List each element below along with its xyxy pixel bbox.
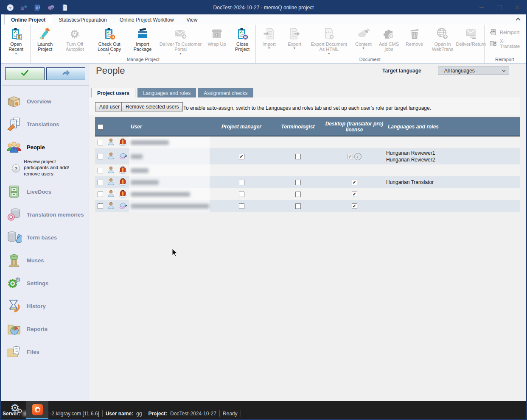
add-user-button[interactable]: Add user	[95, 102, 124, 111]
desktop-license-cell	[322, 200, 386, 212]
ribbon-button-deliver-return[interactable]: Deliver/Return	[458, 25, 484, 47]
ribbon-button-check-out-local-copy[interactable]: Check Out Local Copy▾	[91, 25, 128, 56]
resource-console-icon[interactable]	[33, 3, 42, 12]
ribbon-button-reimport[interactable]: Reimport	[489, 28, 520, 36]
ribbon-group-label: Manage Project	[31, 56, 255, 63]
dropdown-arrow-icon: ▾	[15, 52, 17, 56]
tab-view[interactable]: View	[180, 14, 204, 25]
ribbon-button-open-recent[interactable]: Open Recent▾	[2, 25, 30, 56]
ribbon-button-import[interactable]: Import▾	[256, 25, 282, 50]
desktop-license-cell	[322, 164, 386, 176]
select-cell	[95, 148, 105, 164]
select-user-checkbox[interactable]	[98, 192, 103, 197]
select-user-checkbox[interactable]	[98, 180, 103, 185]
sidebar-item-settings[interactable]: ⚙⚙Settings	[2, 272, 89, 295]
minimize-button[interactable]	[473, 1, 491, 14]
project-manager-checkbox[interactable]	[239, 192, 244, 197]
tab-online-project[interactable]: Online Project	[4, 14, 52, 25]
user-icon-cell	[105, 176, 116, 188]
sidebar-item-reports[interactable]: Reports	[2, 317, 89, 340]
autopilot-gears-icon[interactable]: ⚙⚙	[20, 3, 28, 12]
desktop-license-checkbox[interactable]	[352, 203, 357, 209]
sidebar-item-translations[interactable]: Translations	[2, 113, 89, 136]
close-button[interactable]: ×	[508, 1, 526, 14]
document-icon[interactable]	[60, 3, 69, 12]
sidebar-item-files[interactable]: Files	[2, 340, 89, 363]
ribbon-button-wrap-up[interactable]: Wrap Up	[204, 25, 230, 47]
terminologist-checkbox[interactable]	[295, 203, 301, 209]
select-user-checkbox[interactable]	[98, 203, 103, 209]
ribbon-button-turn-off-autopilot[interactable]: ⚙Turn Off Autopilot	[59, 25, 91, 52]
desktop-license-cell	[322, 176, 386, 188]
remove-icon	[408, 26, 421, 42]
maximize-button[interactable]	[491, 1, 508, 14]
ribbon-button-close-project[interactable]: Close Project	[230, 25, 255, 52]
sidebar-item-translation-memories[interactable]: Translation memories	[2, 203, 89, 226]
select-user-checkbox[interactable]	[98, 154, 103, 159]
project-manager-checkbox[interactable]	[239, 180, 244, 185]
ribbon-button-export-document-as-html[interactable]: </>Export Document As HTML▾	[307, 25, 351, 56]
sidebar-item-livedocs[interactable]: LiveDocs	[2, 180, 89, 203]
desktop-license-checkbox[interactable]	[352, 180, 357, 185]
svg-text:⚙: ⚙	[50, 6, 54, 11]
terminologist-cell	[273, 176, 322, 188]
chevron-down-icon	[502, 70, 506, 72]
user-type-cell	[116, 136, 129, 148]
ribbon-button-launch-project[interactable]: Launch Project	[31, 25, 59, 52]
collapse-ribbon-icon[interactable]	[515, 17, 521, 21]
settings-icon: ⚙⚙	[6, 275, 22, 291]
select-all-checkbox[interactable]	[98, 124, 103, 130]
target-language-value: - All languages -	[441, 68, 478, 74]
help-icon[interactable]: ?	[6, 3, 14, 12]
tab-statistics-preparation[interactable]: Statistics/Preparation	[52, 14, 113, 25]
sidebar-item-overview[interactable]: Overview	[2, 90, 89, 113]
ribbon-button-export[interactable]: Export▾	[282, 25, 307, 50]
sidebar-item-history[interactable]: History	[2, 295, 89, 317]
select-user-checkbox[interactable]	[98, 140, 103, 145]
server-administrator-icon[interactable]: ⚙	[47, 3, 55, 12]
dropdown-arrow-icon: ▾	[294, 47, 295, 50]
sidebar-item-term-bases[interactable]: Term bases	[2, 226, 89, 249]
desktop-license-checkbox[interactable]	[352, 192, 357, 197]
term-bases-icon	[6, 229, 22, 245]
sidebar-item-muses[interactable]: Muses	[2, 249, 89, 272]
terminologist-checkbox[interactable]	[295, 154, 301, 159]
tab-assignment-checks[interactable]: Assignment checks	[198, 88, 253, 98]
ribbon-button-remove[interactable]: Remove	[402, 25, 427, 47]
ribbon-group-reimport: Reimport⚙X-TranslateReimport	[485, 25, 525, 63]
ribbon-button-x-translate[interactable]: ⚙X-Translate	[489, 39, 520, 49]
sidebar-separator	[2, 85, 89, 86]
taskbar-gear-icon[interactable]: ⚙⚙	[10, 403, 20, 413]
tab-online-project-workflow[interactable]: Online Project Workflow	[113, 14, 180, 25]
column-header-project-manager: Project manager	[210, 124, 273, 130]
taskbar-memoq-button[interactable]	[26, 401, 48, 419]
tab-languages-and-roles[interactable]: Languages and roles	[137, 88, 196, 98]
ribbon-button-content[interactable]: Content▾	[351, 25, 376, 50]
select-cell	[95, 136, 105, 148]
ribbon-button-add-cms-jobs[interactable]: Add CMS jobs	[376, 25, 402, 52]
ribbon-button-deliver-to-customer-portal[interactable]: Deliver To Customer Portal▾	[157, 25, 204, 56]
target-language-select[interactable]: - All languages -	[438, 67, 509, 75]
select-user-checkbox[interactable]	[98, 168, 103, 173]
terminologist-checkbox[interactable]	[295, 180, 301, 185]
svg-text:⚙: ⚙	[15, 276, 20, 283]
confirm-button[interactable]	[5, 67, 45, 80]
license-info-icon[interactable]: i	[354, 153, 362, 160]
launch-project-icon	[38, 26, 52, 42]
back-button[interactable]	[46, 67, 86, 80]
column-header-languages-and-roles: Languages and roles	[386, 124, 520, 130]
project-users-table: UserProject managerTerminologistDesktop …	[95, 117, 520, 212]
sidebar-item-people[interactable]: People	[2, 136, 89, 159]
project-manager-checkbox[interactable]	[239, 154, 244, 159]
ribbon-button-import-package[interactable]: Import Package	[128, 25, 157, 52]
ribbon-group-label: Document	[256, 56, 484, 63]
desktop-license-cell	[322, 136, 386, 148]
remove-selected-users-button[interactable]: Remove selected users	[121, 102, 183, 111]
help-icon[interactable]: ?	[12, 164, 20, 172]
project-manager-checkbox[interactable]	[239, 203, 244, 209]
terminologist-checkbox[interactable]	[295, 192, 301, 197]
auto-assign-hint: To enable auto-assign, switch to the Lan…	[183, 105, 431, 111]
check-out-local-copy-icon	[103, 26, 116, 42]
ribbon-button-open-in-webtrans[interactable]: Open in WebTrans	[427, 25, 458, 52]
tab-project-users[interactable]: Project users	[91, 88, 135, 98]
